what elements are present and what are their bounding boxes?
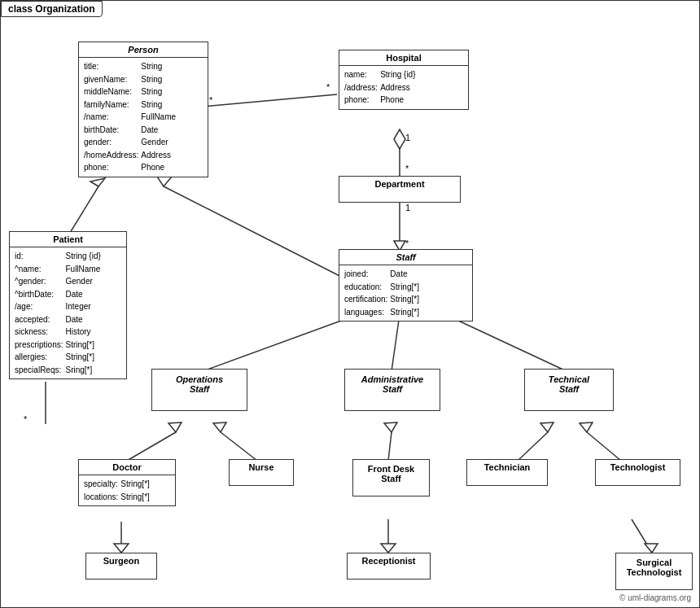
svg-line-19 [392, 314, 400, 371]
svg-line-31 [587, 432, 621, 461]
staff-title: Staff [339, 250, 472, 265]
front-desk-staff-class: Front DeskStaff [352, 459, 430, 496]
svg-marker-28 [384, 422, 397, 432]
svg-marker-38 [645, 544, 658, 553]
technologist-title: Technologist [596, 460, 680, 475]
staff-attrs: joined:Date education:String[*] certific… [339, 265, 472, 321]
technical-staff-class: TechnicalStaff [524, 369, 614, 411]
svg-marker-13 [90, 178, 105, 186]
receptionist-title: Receptionist [348, 553, 430, 568]
doctor-title: Doctor [79, 460, 175, 475]
patient-title: Patient [10, 232, 126, 247]
surgical-technologist-title: SurgicalTechnologist [616, 553, 692, 581]
doctor-attrs: specialty:String[*] locations:String[*] [79, 475, 175, 505]
department-title: Department [339, 177, 460, 191]
svg-marker-34 [114, 544, 129, 553]
diagram-title: class Organization [1, 1, 103, 17]
svg-line-23 [127, 432, 176, 461]
person-title: Person [79, 42, 208, 58]
svg-text:*: * [326, 82, 330, 92]
patient-class: Patient id:String {id} ^name:FullName ^g… [9, 231, 127, 379]
administrative-staff-title: AdministrativeStaff [345, 370, 440, 399]
technician-title: Technician [467, 460, 547, 475]
svg-line-21 [444, 314, 567, 371]
svg-marker-26 [213, 422, 226, 432]
department-class: Department [339, 176, 461, 203]
hospital-attrs: name:String {id} /address:Address phone:… [339, 66, 468, 109]
svg-line-17 [203, 314, 359, 371]
staff-class: Staff joined:Date education:String[*] ce… [339, 249, 473, 321]
svg-line-27 [388, 432, 392, 461]
nurse-class: Nurse [229, 459, 294, 486]
hospital-title: Hospital [339, 50, 468, 66]
svg-marker-36 [381, 544, 396, 553]
operations-staff-title: OperationsStaff [152, 370, 247, 399]
svg-marker-4 [394, 129, 405, 149]
patient-attrs: id:String {id} ^name:FullName ^gender:Ge… [10, 247, 126, 378]
svg-text:1: 1 [405, 133, 410, 142]
svg-line-29 [518, 432, 548, 461]
surgeon-class: Surgeon [85, 553, 157, 580]
technician-class: Technician [466, 459, 548, 486]
copyright: © uml-diagrams.org [619, 593, 691, 602]
svg-text:*: * [24, 414, 28, 424]
svg-line-25 [221, 432, 257, 461]
technical-staff-title: TechnicalStaff [525, 370, 613, 399]
diagram-container: class Organization * * 1 * 1 * * [0, 0, 700, 608]
receptionist-class: Receptionist [347, 553, 431, 580]
surgical-technologist-class: SurgicalTechnologist [615, 553, 693, 590]
svg-line-14 [164, 186, 351, 282]
svg-text:*: * [209, 95, 213, 105]
svg-marker-15 [157, 177, 172, 186]
person-class: Person title:String givenName:String mid… [78, 42, 208, 177]
svg-text:*: * [405, 238, 409, 248]
svg-marker-30 [540, 422, 553, 432]
person-attrs: title:String givenName:String middleName… [79, 58, 208, 177]
svg-line-12 [70, 186, 98, 233]
svg-line-37 [632, 519, 652, 553]
front-desk-staff-title: Front DeskStaff [353, 460, 429, 488]
doctor-class: Doctor specialty:String[*] locations:Str… [78, 459, 176, 506]
operations-staff-class: OperationsStaff [151, 369, 247, 411]
svg-marker-32 [580, 422, 593, 432]
hospital-class: Hospital name:String {id} /address:Addre… [339, 50, 469, 110]
svg-marker-24 [168, 422, 182, 432]
svg-text:1: 1 [405, 203, 410, 212]
technologist-class: Technologist [595, 459, 680, 486]
surgeon-title: Surgeon [86, 553, 156, 568]
administrative-staff-class: AdministrativeStaff [344, 369, 440, 411]
svg-text:*: * [405, 164, 409, 173]
svg-line-0 [203, 94, 337, 107]
nurse-title: Nurse [230, 460, 293, 475]
